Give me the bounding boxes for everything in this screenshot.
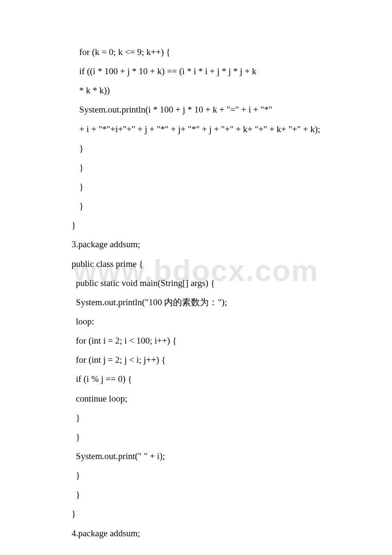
code-content: for (k = 0; k <= 9; k++) { if ((i * 100 … [72, 43, 320, 543]
code-line: 3.package addsum; [72, 235, 320, 254]
code-line: loop: [72, 312, 320, 331]
code-line: } [72, 197, 320, 216]
code-line: System.out.println("100 内的素数为："); [72, 293, 320, 312]
code-line: System.out.println(i * 100 + j * 10 + k … [72, 100, 320, 119]
code-line: } [72, 158, 320, 177]
code-line: for (int j = 2; j < i; j++) { [72, 350, 320, 370]
code-line: for (int i = 2; i < 100; i++) { [72, 331, 320, 350]
code-line: } [72, 216, 320, 235]
code-line: * k * k)) [72, 81, 320, 100]
code-line: public static void main(String[] args) { [72, 274, 320, 293]
code-line: } [72, 466, 320, 485]
code-line: public class prime { [72, 254, 320, 274]
code-line: for (k = 0; k <= 9; k++) { [72, 43, 320, 62]
code-line: } [72, 139, 320, 158]
code-line: } [72, 428, 320, 447]
code-line: } [72, 177, 320, 197]
code-line: 4.package addsum; [72, 524, 320, 543]
code-line: } [72, 485, 320, 504]
code-line: } [72, 504, 320, 523]
code-line: } [72, 408, 320, 428]
code-line: if (i % j == 0) { [72, 370, 320, 389]
code-line: + i + "*"+i+"+" + j + "*" + j+ "*" + j +… [72, 120, 320, 139]
code-line: continue loop; [72, 389, 320, 408]
code-line: if ((i * 100 + j * 10 + k) == (i * i * i… [72, 62, 320, 81]
code-line: System.out.print(" " + i); [72, 447, 320, 466]
